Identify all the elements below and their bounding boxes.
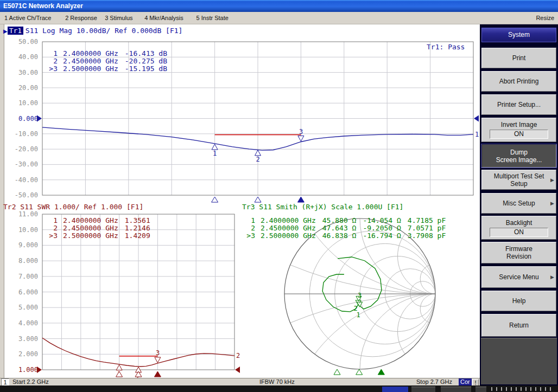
- tr2-marker-freq: 2.4500000 GHz: [63, 224, 118, 232]
- stop-frequency[interactable]: Stop 2.7 GHz: [416, 378, 452, 385]
- tr1-y-label: -10.00: [4, 130, 38, 138]
- tr2-marker-n: 1: [46, 217, 58, 224]
- tr2-marker-freq: 2.5000000 GHz: [63, 232, 118, 240]
- softkey-label: Help: [512, 297, 526, 305]
- active-marker-axis-indicator: [378, 369, 384, 375]
- marker-2-glyph[interactable]: [255, 150, 261, 156]
- tr3-marker-freq: 2.5000000 GHz: [261, 232, 316, 240]
- tr1-y-label: 20.00: [4, 84, 38, 92]
- softkey-firmware-revision[interactable]: FirmwareRevision: [481, 242, 556, 264]
- softkey-label: Firmware: [505, 245, 532, 253]
- tr1-y-label: -20.00: [4, 145, 38, 153]
- ifbw-readout[interactable]: IFBW 70 kHz: [259, 378, 295, 385]
- trace-end-number: 2: [236, 352, 240, 359]
- softkey-sidebar: System PrintAbort PrintingPrinter Setup.…: [480, 24, 558, 385]
- marker-3-glyph[interactable]: [298, 136, 304, 142]
- tr1-marker-freq: 2.5000000 GHz: [63, 65, 118, 73]
- tr3-marker-c: 7.0571 pF: [408, 224, 446, 232]
- start-frequency[interactable]: Start 2.2 GHz: [12, 378, 49, 385]
- softkey-label: Screen Image...: [496, 156, 542, 164]
- taskbar-segment: [441, 387, 471, 392]
- tr3-marker-r: 45.880 Ω: [322, 217, 357, 224]
- softkey-label: Backlight: [506, 219, 532, 227]
- instrument-taskbar-partial: [0, 385, 558, 392]
- menu-item-1[interactable]: 1 Active Ch/Trace: [4, 15, 51, 21]
- marker-3-glyph[interactable]: [155, 357, 161, 363]
- taskbar-segment: [382, 387, 408, 392]
- reference-level-arrow[interactable]: [474, 115, 479, 122]
- window-title: E5071C Network Analyzer: [3, 2, 83, 10]
- tr3-marker-freq: 2.4500000 GHz: [261, 224, 316, 232]
- softkey-service-menu[interactable]: Service Menu▶: [481, 266, 556, 288]
- softkey-label: Service Menu: [499, 273, 538, 281]
- tr2-y-label: 11.00: [4, 210, 38, 218]
- tr2-marker-row: >32.5000000 GHz1.4209: [46, 232, 150, 240]
- tr3-marker-c: 4.7185 pF: [408, 217, 446, 224]
- tr3-marker-x: -14.054 Ω: [363, 217, 401, 224]
- tr2-marker-freq: 2.4000000 GHz: [63, 217, 118, 224]
- softkey-multiport-test-set-setup[interactable]: Multiport Test SetSetup▶: [481, 170, 556, 190]
- marker-3-number: 3: [299, 128, 303, 136]
- marker-axis-indicator: [356, 369, 363, 375]
- softkey-print[interactable]: Print: [481, 48, 556, 68]
- tr3-marker-row: 12.4000000 GHz45.880 Ω-14.054 Ω4.7185 pF: [243, 217, 446, 224]
- softkey-invert-image[interactable]: Invert ImageON: [481, 118, 556, 142]
- marker-axis-indicator: [212, 197, 218, 202]
- tr2-y-label: 5.000: [4, 304, 38, 311]
- softkey-label: Dump: [510, 149, 528, 156]
- tr2-y-label: 6.000: [4, 288, 38, 296]
- tr1-y-label: -30.00: [4, 160, 38, 168]
- tr1-y-label: 50.00: [4, 38, 38, 46]
- menu-item-2[interactable]: 2 Response: [65, 15, 97, 21]
- marker-3-number: 3: [156, 349, 160, 357]
- menu-item-3[interactable]: 3 Stimulus: [105, 15, 132, 21]
- tr2-marker-n: 2: [46, 224, 58, 232]
- correction-badge: Cor: [459, 378, 472, 385]
- softkey-dump-screen-image[interactable]: DumpScreen Image...: [481, 144, 556, 168]
- marker-1-number: 1: [213, 150, 217, 157]
- marker-2-number: 2: [353, 305, 357, 312]
- tr1-marker-n: 1: [46, 50, 58, 57]
- tr1-marker-row: >32.5000000 GHz-15.195 dB: [46, 65, 167, 73]
- tr2-y-label: 2.000: [4, 350, 38, 358]
- softkey-help[interactable]: Help: [481, 291, 556, 311]
- softkey-label: Abort Printing: [499, 78, 539, 85]
- tr2-y-label: 7.000: [4, 273, 38, 280]
- softkey-backlight[interactable]: BacklightON: [481, 216, 556, 240]
- submenu-arrow-icon: ▶: [550, 177, 554, 183]
- tr1-y-label: 0.000: [4, 115, 38, 123]
- softkey-misc-setup[interactable]: Misc Setup▶: [481, 193, 556, 214]
- resize-menu-item[interactable]: Resize: [536, 15, 554, 21]
- tr2-marker-value: 1.4209: [125, 232, 150, 240]
- submenu-arrow-icon: ▶: [550, 274, 554, 280]
- menu-item-5[interactable]: 5 Instr State: [196, 15, 229, 21]
- marker-1-glyph[interactable]: [212, 144, 218, 150]
- softkey-empty-area: [481, 338, 557, 384]
- tr2-marker-value: 1.2146: [125, 224, 150, 232]
- plot-canvas: 12311232123: [0, 24, 480, 378]
- tr1-marker-freq: 2.4000000 GHz: [63, 50, 118, 57]
- marker-1-glyph[interactable]: [116, 365, 122, 370]
- reference-level-arrow[interactable]: [235, 367, 240, 373]
- softkey-state-value: ON: [490, 228, 548, 237]
- menu-bar: Resize 1 Active Ch/Trace2 Response3 Stim…: [0, 12, 558, 24]
- softkey-printer-setup[interactable]: Printer Setup...: [481, 94, 556, 115]
- softkey-abort-printing[interactable]: Abort Printing: [481, 71, 556, 92]
- tr1-marker-n: >3: [46, 65, 58, 73]
- active-marker-axis-indicator: [297, 197, 304, 202]
- tr2-marker-n: >3: [46, 232, 58, 240]
- marker-axis-indicator: [334, 369, 340, 375]
- tr1-marker-value: -20.275 dB: [125, 57, 167, 65]
- tr2-marker-row: 22.4500000 GHz1.2146: [46, 224, 150, 232]
- tr1-marker-n: 2: [46, 57, 58, 65]
- menu-item-4[interactable]: 4 Mkr/Analysis: [144, 15, 183, 21]
- tr1-marker-value: -16.413 dB: [125, 50, 167, 57]
- softkey-label: Multiport Test Set: [494, 172, 544, 180]
- tr3-marker-row: 22.4500000 GHz47.643 Ω-9.2050 Ω7.0571 pF: [243, 224, 446, 232]
- title-bar: E5071C Network Analyzer: [0, 0, 558, 12]
- tr2-y-label: 4.000: [4, 319, 38, 327]
- softkey-return[interactable]: Return: [481, 314, 556, 337]
- marker-2-number: 2: [256, 156, 260, 163]
- tr3-marker-n: >3: [243, 232, 255, 240]
- tr2-marker-value: 1.3561: [125, 217, 150, 224]
